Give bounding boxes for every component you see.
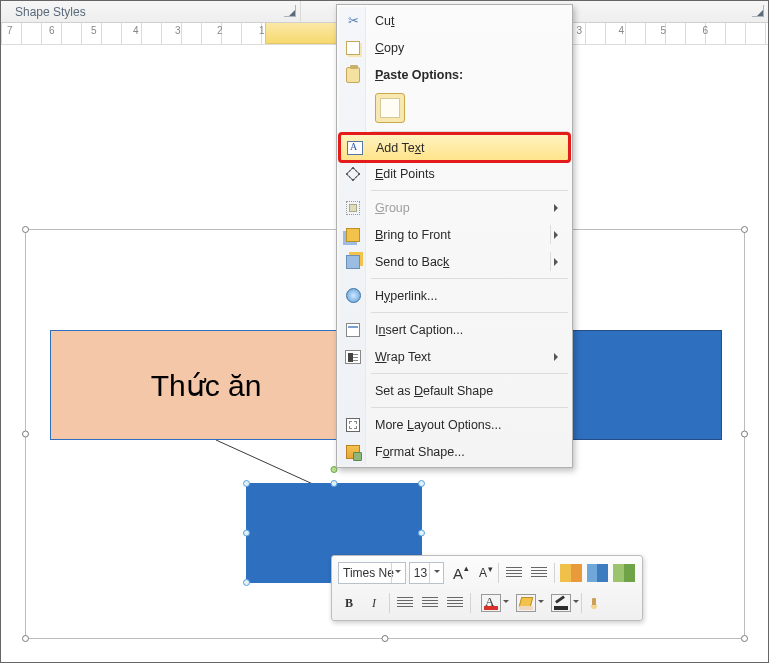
- dropdown-arrow-icon[interactable]: [501, 595, 511, 611]
- dropdown-arrow-icon[interactable]: [536, 595, 546, 611]
- menu-item-more-layout-options[interactable]: More Layout Options...: [339, 411, 570, 438]
- shape-rectangle-peach[interactable]: Thức ăn: [50, 330, 362, 440]
- toolbar-separator: [554, 563, 555, 583]
- ruler-tick: 3: [175, 25, 181, 36]
- menu-label: Hyperlink...: [375, 289, 438, 303]
- menu-label: More Layout Options...: [375, 418, 501, 432]
- menu-label: Send to Back: [375, 255, 449, 269]
- menu-label: Wrap Text: [375, 350, 431, 364]
- menu-label: Format Shape...: [375, 445, 465, 459]
- canvas-handle[interactable]: [22, 635, 29, 642]
- submenu-arrow-icon: [554, 353, 562, 361]
- menu-separator: [371, 373, 568, 374]
- menu-label: Edit Points: [375, 167, 435, 181]
- font-color-button[interactable]: A: [475, 592, 507, 614]
- split-submenu-arrow-icon[interactable]: [550, 252, 564, 271]
- ruler-tick: 5: [91, 25, 97, 36]
- font-name-combo[interactable]: Times Ne: [338, 562, 406, 584]
- shape-outline-button[interactable]: [545, 592, 577, 614]
- menu-item-copy[interactable]: Copy: [339, 34, 570, 61]
- dropdown-arrow-icon[interactable]: [571, 595, 581, 611]
- menu-item-format-shape[interactable]: Format Shape...: [339, 438, 570, 465]
- shape-fill-button[interactable]: [510, 592, 542, 614]
- grow-font-icon: A▴: [453, 565, 463, 582]
- copy-icon: [344, 39, 362, 57]
- canvas-handle[interactable]: [382, 635, 389, 642]
- menu-item-send-to-back[interactable]: Send to Back: [339, 248, 570, 275]
- quick-style-1-button[interactable]: [559, 562, 583, 584]
- shape-handle[interactable]: [243, 480, 250, 487]
- menu-item-wrap-text[interactable]: Wrap Text: [339, 343, 570, 370]
- wrap-text-icon: [344, 348, 362, 366]
- menu-item-set-default-shape[interactable]: Set as Default Shape: [339, 377, 570, 404]
- decrease-indent-icon: [506, 567, 522, 579]
- menu-label: Insert Caption...: [375, 323, 463, 337]
- toolbar-separator: [470, 593, 471, 613]
- ruler-tick: 5: [661, 25, 667, 36]
- decrease-indent-button[interactable]: [503, 562, 525, 584]
- increase-indent-button[interactable]: [528, 562, 550, 584]
- ruler-left: 7 6 5 4 3 2 1: [1, 23, 265, 44]
- format-painter-button[interactable]: [586, 592, 608, 614]
- bring-to-front-icon: [344, 226, 362, 244]
- shape-handle[interactable]: [418, 530, 425, 537]
- shape-handle[interactable]: [331, 480, 338, 487]
- shrink-font-icon: A▾: [479, 566, 487, 580]
- style-swatch-icon: [560, 564, 582, 582]
- shrink-font-button[interactable]: A▾: [472, 562, 494, 584]
- format-shape-icon: [344, 443, 362, 461]
- toolbar-separator: [389, 593, 390, 613]
- grow-font-button[interactable]: A▴: [447, 562, 469, 584]
- align-center-icon: [422, 597, 438, 609]
- menu-item-edit-points[interactable]: Edit Points: [339, 160, 570, 187]
- quick-style-3-button[interactable]: [612, 562, 636, 584]
- bold-button[interactable]: B: [338, 592, 360, 614]
- menu-item-cut[interactable]: ✂ Cut: [339, 7, 570, 34]
- shape-outline-icon: [551, 594, 571, 612]
- menu-label: Set as Default Shape: [375, 384, 493, 398]
- increase-indent-icon: [531, 567, 547, 579]
- font-size-combo[interactable]: 13: [409, 562, 444, 584]
- canvas-handle[interactable]: [741, 226, 748, 233]
- paste-option-button[interactable]: [339, 88, 570, 128]
- menu-label: Add Text: [376, 141, 424, 155]
- toolbar-separator: [581, 593, 582, 613]
- send-to-back-icon: [344, 253, 362, 271]
- canvas-handle[interactable]: [741, 635, 748, 642]
- align-right-button[interactable]: [444, 592, 466, 614]
- canvas-handle[interactable]: [22, 226, 29, 233]
- shape-handle[interactable]: [243, 530, 250, 537]
- align-left-icon: [397, 597, 413, 609]
- menu-item-hyperlink[interactable]: Hyperlink...: [339, 282, 570, 309]
- shape-handle[interactable]: [418, 480, 425, 487]
- dialog-launcher-icon[interactable]: [284, 5, 296, 17]
- align-right-icon: [447, 597, 463, 609]
- align-left-button[interactable]: [394, 592, 416, 614]
- ribbon-group-shape-styles: Shape Styles: [1, 1, 301, 22]
- split-submenu-arrow-icon[interactable]: [550, 225, 564, 244]
- menu-item-bring-to-front[interactable]: Bring to Front: [339, 221, 570, 248]
- layout-options-icon: [344, 416, 362, 434]
- canvas-handle[interactable]: [22, 431, 29, 438]
- dialog-launcher-icon[interactable]: [752, 5, 764, 17]
- quick-style-2-button[interactable]: [586, 562, 610, 584]
- dropdown-arrow-icon[interactable]: [429, 563, 443, 583]
- menu-label: Paste Options:: [375, 68, 463, 82]
- align-center-button[interactable]: [419, 592, 441, 614]
- italic-button[interactable]: I: [363, 592, 385, 614]
- dropdown-arrow-icon[interactable]: [391, 563, 405, 583]
- ribbon-group-label: Shape Styles: [15, 5, 86, 19]
- ruler-tick: 1: [259, 25, 265, 36]
- toolbar-separator: [498, 563, 499, 583]
- shape-handle[interactable]: [243, 579, 250, 586]
- cut-icon: ✂: [344, 12, 362, 30]
- style-swatch-icon: [587, 564, 609, 582]
- canvas-handle[interactable]: [741, 431, 748, 438]
- menu-label: Copy: [375, 41, 404, 55]
- style-swatch-icon: [613, 564, 635, 582]
- bold-icon: B: [345, 596, 353, 611]
- submenu-arrow-icon: [554, 204, 562, 212]
- menu-item-insert-caption[interactable]: Insert Caption...: [339, 316, 570, 343]
- shape-text: Thức ăn: [151, 368, 262, 403]
- menu-item-add-text[interactable]: Add Text: [340, 134, 569, 161]
